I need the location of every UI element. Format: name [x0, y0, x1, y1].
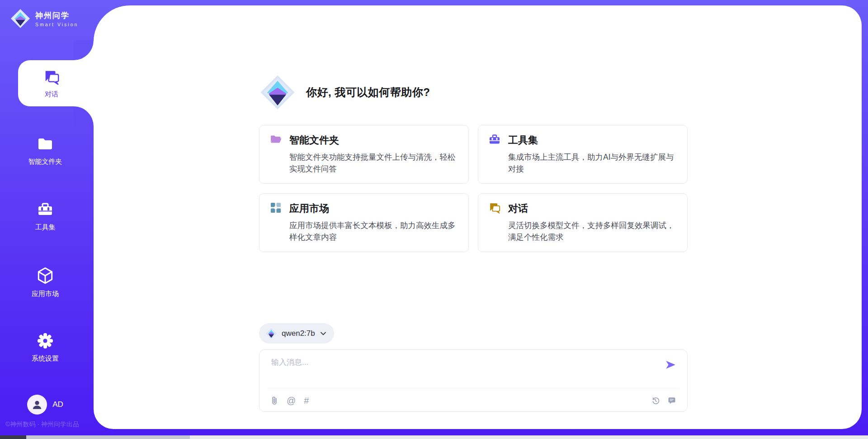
composer-toolbar: @ #: [270, 393, 676, 408]
card-description: 集成市场上主流工具，助力AI与外界无缝扩展与对接: [508, 151, 677, 175]
app-grid-icon: [269, 201, 282, 216]
brand-logo: 神州问学 Smart Vision: [10, 8, 78, 29]
sidebar-item-label: 对话: [18, 90, 85, 99]
chevron-down-icon: [320, 330, 327, 337]
sidebar-item-label: 工具集: [0, 223, 90, 232]
card-title: 应用市场: [289, 202, 329, 215]
sidebar-item-chat[interactable]: 对话: [18, 60, 98, 106]
scrollbar-thumb[interactable]: [26, 435, 190, 439]
message-composer: @ #: [259, 349, 688, 412]
brand-diamond-icon: [10, 8, 31, 29]
toolbox-icon: [488, 133, 501, 148]
topic-hash-icon[interactable]: #: [304, 396, 309, 405]
history-icon[interactable]: [651, 396, 660, 405]
card-title: 对话: [508, 202, 528, 215]
card-toolset[interactable]: 工具集 集成市场上主流工具，助力AI与外界无缝扩展与对接: [478, 125, 688, 184]
feature-cards: 智能文件夹 智能文件夹功能支持批量文件上传与清洗，轻松实现文件问答 工具集 集成…: [259, 125, 688, 252]
greeting-text: 你好, 我可以如何帮助你?: [306, 85, 430, 100]
card-chat[interactable]: 对话 灵活切换多模型文件，支持多样回复效果调试，满足个性化需求: [478, 193, 688, 252]
gear-icon: [36, 344, 54, 351]
card-description: 应用市场提供丰富长文本模板，助力高效生成多样化文章内容: [289, 220, 458, 243]
tab-fillet-top: [74, 40, 94, 60]
folder-open-icon: [269, 133, 282, 148]
attachment-icon[interactable]: [270, 396, 278, 405]
conversation-bubble-icon[interactable]: [667, 396, 676, 405]
horizontal-scrollbar[interactable]: [0, 435, 868, 439]
model-selector[interactable]: qwen2:7b: [259, 323, 334, 344]
chat-icon: [488, 201, 501, 216]
scrollbar-corner: [0, 435, 26, 439]
brand-subtitle: Smart Vision: [35, 22, 78, 27]
sidebar-item-label: 应用市场: [0, 290, 90, 298]
card-smart-folder[interactable]: 智能文件夹 智能文件夹功能支持批量文件上传与清洗，轻松实现文件问答: [259, 125, 469, 184]
folder-icon: [36, 147, 54, 154]
card-app-market[interactable]: 应用市场 应用市场提供丰富长文本模板，助力高效生成多样化文章内容: [259, 193, 469, 252]
copyright-footer: ©神州数码 · 神州问学出品: [5, 420, 79, 429]
person-icon: [31, 399, 43, 410]
app-window: 神州问学 Smart Vision 对话 智能文件夹: [0, 0, 868, 439]
message-input[interactable]: [271, 357, 651, 384]
brand-name: 神州问学: [35, 10, 78, 21]
sidebar-item-toolset[interactable]: 工具集: [0, 200, 90, 232]
user-name: AD: [52, 400, 63, 409]
mention-icon[interactable]: @: [287, 396, 296, 405]
chat-icon: [43, 79, 60, 87]
card-title: 工具集: [508, 134, 538, 147]
model-name: qwen2:7b: [282, 329, 315, 338]
model-diamond-icon: [265, 328, 277, 339]
avatar: [27, 395, 47, 415]
cube-icon: [36, 279, 55, 286]
sidebar-item-label: 智能文件夹: [0, 157, 90, 166]
sidebar-item-app-market[interactable]: 应用市场: [0, 266, 90, 298]
sidebar-item-settings[interactable]: 系统设置: [0, 332, 90, 363]
greeting-header: 你好, 我可以如何帮助你?: [259, 74, 430, 111]
card-description: 智能文件夹功能支持批量文件上传与清洗，轻松实现文件问答: [289, 151, 458, 175]
sidebar-item-label: 系统设置: [0, 354, 90, 363]
card-description: 灵活切换多模型文件，支持多样回复效果调试，满足个性化需求: [508, 220, 677, 243]
card-title: 智能文件夹: [289, 134, 339, 147]
composer-divider: [268, 388, 679, 388]
toolbox-icon: [36, 212, 54, 220]
assistant-diamond-icon: [259, 74, 296, 111]
user-profile[interactable]: AD: [0, 395, 90, 415]
send-icon[interactable]: [665, 359, 676, 371]
tab-fillet-bottom: [74, 106, 94, 126]
sidebar-item-smart-folder[interactable]: 智能文件夹: [0, 135, 90, 166]
